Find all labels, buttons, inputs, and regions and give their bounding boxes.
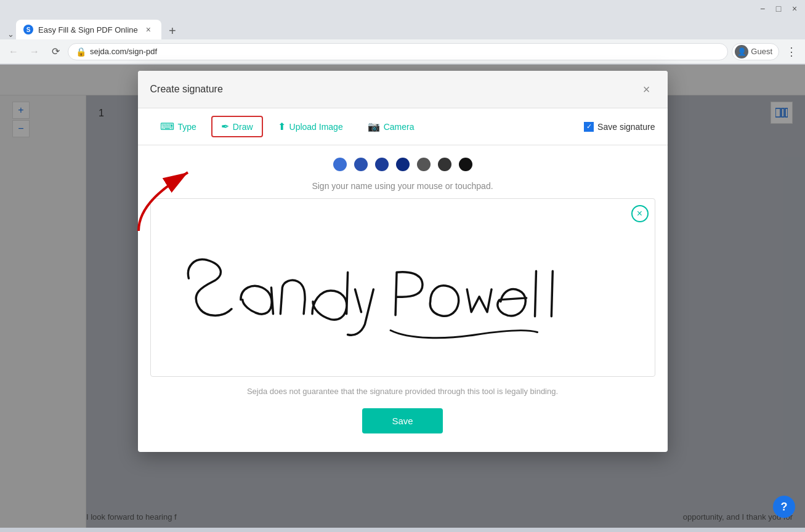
save-signature-label: Save signature xyxy=(597,122,655,132)
tab-draw[interactable]: ✒ Draw xyxy=(211,116,263,137)
tab-upload-label: Upload Image xyxy=(289,122,343,132)
create-signature-modal: Create signature × ⌨ Type ✒ Draw ⬆ Uploa… xyxy=(138,71,668,452)
camera-icon: 📷 xyxy=(368,121,380,132)
instruction-text: Sign your name using your mouse or touch… xyxy=(150,181,655,191)
draw-icon: ✒ xyxy=(221,121,229,132)
tab-camera-label: Camera xyxy=(384,122,415,132)
disclaimer-text: Sejda does not guarantee that the signat… xyxy=(150,387,655,396)
modal-close-button[interactable]: × xyxy=(638,81,655,98)
tab-camera[interactable]: 📷 Camera xyxy=(358,116,424,137)
restore-button[interactable]: □ xyxy=(773,3,784,14)
tab-favicon: S xyxy=(23,25,33,34)
color-blue-medium[interactable] xyxy=(354,158,368,171)
tab-draw-label: Draw xyxy=(233,122,253,132)
tab-type[interactable]: ⌨ Type xyxy=(150,116,206,137)
new-tab-button[interactable]: + xyxy=(164,22,181,39)
signature-drawing xyxy=(151,199,655,376)
profile-label: Guest xyxy=(751,47,772,56)
browser-menu-button[interactable]: ⋮ xyxy=(783,43,800,60)
tab-upload[interactable]: ⬆ Upload Image xyxy=(268,116,353,137)
active-tab[interactable]: S Easy Fill & Sign PDF Online × xyxy=(16,20,161,39)
save-button-wrap: Save xyxy=(150,408,655,433)
modal-tabs: ⌨ Type ✒ Draw ⬆ Upload Image 📷 Camera ✓ xyxy=(138,108,668,145)
profile-button[interactable]: 👤 Guest xyxy=(732,43,779,60)
keyboard-icon: ⌨ xyxy=(160,121,174,132)
modal-title: Create signature xyxy=(150,84,223,95)
save-signature-option: ✓ Save signature xyxy=(584,122,655,132)
tab-list-button[interactable]: ⌄ xyxy=(5,28,16,39)
modal-header: Create signature × xyxy=(138,71,668,108)
close-button[interactable]: × xyxy=(789,3,800,14)
tab-close-button[interactable]: × xyxy=(143,24,154,35)
modal-overlay: Create signature × ⌨ Type ✒ Draw ⬆ Uploa… xyxy=(0,65,805,528)
color-blue-dark[interactable] xyxy=(375,158,389,171)
save-button[interactable]: Save xyxy=(362,408,442,433)
help-button[interactable]: ? xyxy=(773,496,795,518)
signature-canvas[interactable]: × xyxy=(150,198,655,377)
back-button[interactable]: ← xyxy=(5,43,22,60)
modal-body: Sign your name using your mouse or touch… xyxy=(138,145,668,452)
reload-button[interactable]: ⟳ xyxy=(47,43,64,60)
minimize-button[interactable]: − xyxy=(757,3,768,14)
upload-icon: ⬆ xyxy=(278,121,286,132)
color-navy[interactable] xyxy=(396,158,410,171)
forward-button[interactable]: → xyxy=(26,43,43,60)
color-black[interactable] xyxy=(459,158,472,171)
url-text: sejda.com/sign-pdf xyxy=(90,47,157,56)
save-signature-checkbox[interactable]: ✓ xyxy=(584,122,594,132)
tab-type-label: Type xyxy=(178,122,196,132)
profile-icon: 👤 xyxy=(735,45,748,58)
tab-title: Easy Fill & Sign PDF Online xyxy=(38,25,138,34)
color-gray[interactable] xyxy=(438,158,451,171)
color-blue-light[interactable] xyxy=(333,158,347,171)
color-picker xyxy=(150,158,655,171)
address-bar[interactable]: 🔒 sejda.com/sign-pdf xyxy=(68,43,728,60)
color-dark-gray[interactable] xyxy=(417,158,431,171)
